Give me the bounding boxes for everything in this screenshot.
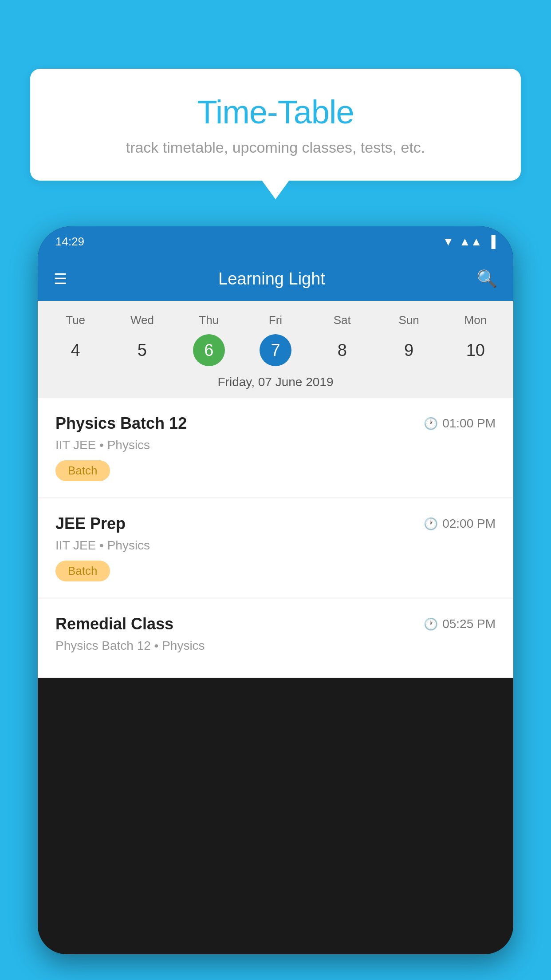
schedule-time-2: 🕐 02:00 PM xyxy=(424,517,496,531)
day-8[interactable]: 8 xyxy=(326,334,358,366)
schedule-list: Physics Batch 12 🕐 01:00 PM IIT JEE • Ph… xyxy=(38,398,513,678)
day-10[interactable]: 10 xyxy=(460,334,492,366)
clock-icon-3: 🕐 xyxy=(424,617,438,631)
app-title: Learning Light xyxy=(80,269,463,288)
schedule-subtitle-1: IIT JEE • Physics xyxy=(55,438,496,452)
day-9[interactable]: 9 xyxy=(393,334,425,366)
schedule-item-2-header: JEE Prep 🕐 02:00 PM xyxy=(55,514,496,533)
schedule-subtitle-3: Physics Batch 12 • Physics xyxy=(55,639,496,653)
schedule-time-3: 🕐 05:25 PM xyxy=(424,617,496,631)
day-header-fri: Fri xyxy=(242,310,309,331)
schedule-item-3[interactable]: Remedial Class 🕐 05:25 PM Physics Batch … xyxy=(38,599,513,677)
day-header-tue: Tue xyxy=(42,310,109,331)
calendar-strip: Tue Wed Thu Fri Sat Sun Mon 4 5 6 7 8 9 … xyxy=(38,301,513,398)
bubble-subtitle: track timetable, upcoming classes, tests… xyxy=(57,139,494,156)
speech-bubble: Time-Table track timetable, upcoming cla… xyxy=(30,69,521,181)
speech-bubble-container: Time-Table track timetable, upcoming cla… xyxy=(30,69,521,181)
batch-badge-2: Batch xyxy=(55,561,110,581)
bubble-title: Time-Table xyxy=(57,93,494,131)
schedule-item-1-header: Physics Batch 12 🕐 01:00 PM xyxy=(55,414,496,433)
day-header-wed: Wed xyxy=(109,310,175,331)
clock-icon-1: 🕐 xyxy=(424,417,438,431)
status-bar: 14:29 ▼ ▲▲ ▐ xyxy=(38,226,513,257)
app-bar: ☰ Learning Light 🔍 xyxy=(38,257,513,301)
schedule-title-3: Remedial Class xyxy=(55,615,173,633)
selected-date-label: Friday, 07 June 2019 xyxy=(38,370,513,398)
day-6-today[interactable]: 6 xyxy=(193,334,225,366)
phone-wrapper: 14:29 ▼ ▲▲ ▐ ☰ Learning Light 🔍 Tue Wed … xyxy=(38,226,513,980)
schedule-title-1: Physics Batch 12 xyxy=(55,414,187,433)
day-7-selected[interactable]: 7 xyxy=(260,334,291,366)
hamburger-icon[interactable]: ☰ xyxy=(54,270,67,288)
schedule-item-1[interactable]: Physics Batch 12 🕐 01:00 PM IIT JEE • Ph… xyxy=(38,398,513,497)
day-4[interactable]: 4 xyxy=(59,334,91,366)
day-5[interactable]: 5 xyxy=(126,334,158,366)
status-icons: ▼ ▲▲ ▐ xyxy=(442,235,496,249)
battery-icon: ▐ xyxy=(488,235,496,249)
schedule-item-3-header: Remedial Class 🕐 05:25 PM xyxy=(55,615,496,633)
day-header-sun: Sun xyxy=(375,310,442,331)
schedule-time-1: 🕐 01:00 PM xyxy=(424,416,496,431)
schedule-item-2[interactable]: JEE Prep 🕐 02:00 PM IIT JEE • Physics Ba… xyxy=(38,498,513,597)
day-header-thu: Thu xyxy=(176,310,242,331)
schedule-title-2: JEE Prep xyxy=(55,514,126,533)
phone-frame: 14:29 ▼ ▲▲ ▐ ☰ Learning Light 🔍 Tue Wed … xyxy=(38,226,513,954)
day-header-mon: Mon xyxy=(442,310,509,331)
signal-icon: ▲▲ xyxy=(459,235,482,249)
batch-badge-1: Batch xyxy=(55,460,110,481)
day-numbers: 4 5 6 7 8 9 10 xyxy=(38,331,513,370)
wifi-icon: ▼ xyxy=(442,235,454,249)
day-header-sat: Sat xyxy=(309,310,375,331)
day-headers: Tue Wed Thu Fri Sat Sun Mon xyxy=(38,310,513,331)
clock-icon-2: 🕐 xyxy=(424,517,438,531)
status-time: 14:29 xyxy=(55,235,84,249)
schedule-subtitle-2: IIT JEE • Physics xyxy=(55,538,496,553)
search-icon[interactable]: 🔍 xyxy=(476,269,497,288)
